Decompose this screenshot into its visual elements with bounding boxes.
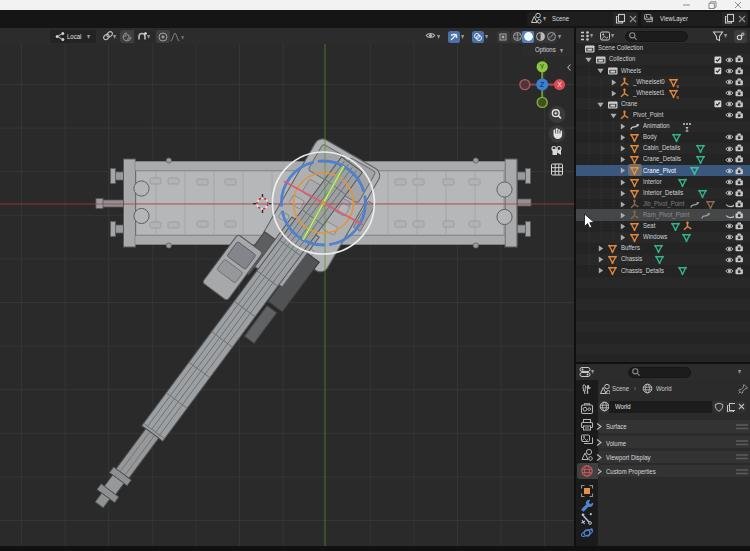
svg-text:s: s: [676, 94, 679, 99]
svg-text:Y: Y: [540, 63, 545, 70]
svg-text:X: X: [557, 81, 562, 88]
svg-text:Z: Z: [540, 81, 545, 88]
